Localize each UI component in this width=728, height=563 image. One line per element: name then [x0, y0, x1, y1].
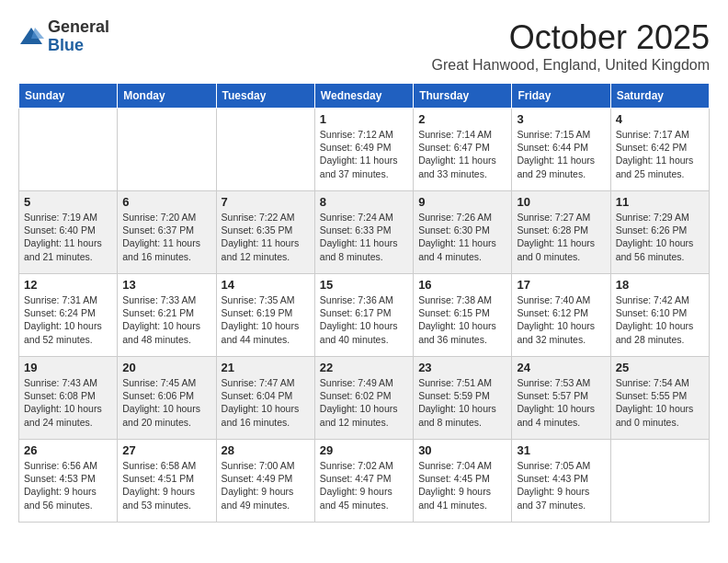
day-number: 15 [320, 278, 408, 292]
calendar-cell: 5Sunrise: 7:19 AM Sunset: 6:40 PM Daylig… [19, 191, 118, 274]
day-info: Sunrise: 7:24 AM Sunset: 6:33 PM Dayligh… [320, 211, 408, 263]
day-number: 5 [24, 195, 112, 209]
day-number: 12 [24, 278, 112, 292]
day-info: Sunrise: 7:31 AM Sunset: 6:24 PM Dayligh… [24, 293, 112, 346]
calendar-cell: 27Sunrise: 6:58 AM Sunset: 4:51 PM Dayli… [118, 440, 216, 523]
weekday-header: Monday [118, 84, 216, 109]
calendar-table: SundayMondayTuesdayWednesdayThursdayFrid… [18, 83, 710, 523]
weekday-header-row: SundayMondayTuesdayWednesdayThursdayFrid… [19, 84, 710, 109]
calendar-cell: 12Sunrise: 7:31 AM Sunset: 6:24 PM Dayli… [19, 274, 118, 357]
calendar-week-row: 19Sunrise: 7:43 AM Sunset: 6:08 PM Dayli… [19, 357, 710, 440]
month-title: October 2025 [432, 18, 710, 57]
day-info: Sunrise: 7:49 AM Sunset: 6:02 PM Dayligh… [320, 376, 408, 429]
logo-blue: Blue [48, 37, 109, 55]
logo-icon [18, 24, 44, 50]
day-info: Sunrise: 7:26 AM Sunset: 6:30 PM Dayligh… [418, 211, 506, 263]
day-number: 31 [517, 443, 605, 457]
day-number: 17 [517, 278, 605, 292]
day-number: 7 [222, 195, 310, 209]
day-number: 13 [122, 278, 210, 292]
day-number: 28 [222, 443, 310, 457]
calendar-cell: 24Sunrise: 7:53 AM Sunset: 5:57 PM Dayli… [512, 357, 610, 440]
calendar-cell [216, 109, 314, 191]
day-number: 18 [616, 278, 704, 292]
calendar-cell: 2Sunrise: 7:14 AM Sunset: 6:47 PM Daylig… [414, 109, 512, 191]
day-info: Sunrise: 7:20 AM Sunset: 6:37 PM Dayligh… [122, 211, 210, 263]
day-info: Sunrise: 7:04 AM Sunset: 4:45 PM Dayligh… [418, 459, 506, 511]
calendar-cell: 11Sunrise: 7:29 AM Sunset: 6:26 PM Dayli… [610, 191, 709, 274]
day-info: Sunrise: 7:02 AM Sunset: 4:47 PM Dayligh… [320, 459, 408, 511]
weekday-header: Wednesday [314, 84, 413, 109]
day-number: 27 [122, 443, 210, 457]
day-info: Sunrise: 7:45 AM Sunset: 6:06 PM Dayligh… [122, 376, 210, 429]
weekday-header: Sunday [19, 84, 118, 109]
title-block: October 2025 Great Hanwood, England, Uni… [432, 18, 710, 74]
day-info: Sunrise: 6:58 AM Sunset: 4:51 PM Dayligh… [122, 459, 210, 511]
calendar-cell: 16Sunrise: 7:38 AM Sunset: 6:15 PM Dayli… [414, 274, 512, 357]
day-info: Sunrise: 7:51 AM Sunset: 5:59 PM Dayligh… [418, 376, 506, 429]
day-number: 8 [320, 195, 408, 209]
day-info: Sunrise: 7:15 AM Sunset: 6:44 PM Dayligh… [517, 128, 605, 180]
calendar-cell: 29Sunrise: 7:02 AM Sunset: 4:47 PM Dayli… [314, 440, 413, 523]
day-info: Sunrise: 7:36 AM Sunset: 6:17 PM Dayligh… [320, 293, 408, 346]
day-number: 16 [418, 278, 506, 292]
day-number: 9 [418, 195, 506, 209]
day-number: 26 [24, 443, 112, 457]
calendar-week-row: 5Sunrise: 7:19 AM Sunset: 6:40 PM Daylig… [19, 191, 710, 274]
day-number: 6 [122, 195, 210, 209]
calendar-cell: 9Sunrise: 7:26 AM Sunset: 6:30 PM Daylig… [414, 191, 512, 274]
calendar-cell: 18Sunrise: 7:42 AM Sunset: 6:10 PM Dayli… [610, 274, 709, 357]
calendar-week-row: 26Sunrise: 6:56 AM Sunset: 4:53 PM Dayli… [19, 440, 710, 523]
day-info: Sunrise: 7:27 AM Sunset: 6:28 PM Dayligh… [517, 211, 605, 263]
day-number: 25 [616, 361, 704, 374]
calendar-cell: 22Sunrise: 7:49 AM Sunset: 6:02 PM Dayli… [314, 357, 413, 440]
calendar-cell [19, 109, 118, 191]
day-info: Sunrise: 7:33 AM Sunset: 6:21 PM Dayligh… [122, 293, 210, 346]
calendar-week-row: 1Sunrise: 7:12 AM Sunset: 6:49 PM Daylig… [19, 109, 710, 191]
calendar-cell: 3Sunrise: 7:15 AM Sunset: 6:44 PM Daylig… [512, 109, 610, 191]
day-info: Sunrise: 7:47 AM Sunset: 6:04 PM Dayligh… [222, 376, 310, 429]
page-header: General Blue October 2025 Great Hanwood,… [18, 18, 710, 74]
day-number: 14 [222, 278, 310, 292]
day-info: Sunrise: 7:35 AM Sunset: 6:19 PM Dayligh… [222, 293, 310, 346]
day-info: Sunrise: 7:29 AM Sunset: 6:26 PM Dayligh… [616, 211, 704, 263]
day-number: 29 [320, 443, 408, 457]
day-number: 30 [418, 443, 506, 457]
day-info: Sunrise: 6:56 AM Sunset: 4:53 PM Dayligh… [24, 459, 112, 511]
day-info: Sunrise: 7:05 AM Sunset: 4:43 PM Dayligh… [517, 459, 605, 511]
day-info: Sunrise: 7:42 AM Sunset: 6:10 PM Dayligh… [616, 293, 704, 346]
day-number: 1 [320, 112, 408, 126]
logo: General Blue [18, 18, 109, 55]
day-number: 19 [24, 361, 112, 374]
day-number: 4 [616, 112, 704, 126]
logo-text: General Blue [48, 18, 109, 55]
calendar-cell: 13Sunrise: 7:33 AM Sunset: 6:21 PM Dayli… [118, 274, 216, 357]
day-number: 23 [418, 361, 506, 374]
calendar-cell: 8Sunrise: 7:24 AM Sunset: 6:33 PM Daylig… [314, 191, 413, 274]
day-info: Sunrise: 7:00 AM Sunset: 4:49 PM Dayligh… [222, 459, 310, 511]
weekday-header: Saturday [610, 84, 709, 109]
weekday-header: Thursday [414, 84, 512, 109]
calendar-cell: 23Sunrise: 7:51 AM Sunset: 5:59 PM Dayli… [414, 357, 512, 440]
day-info: Sunrise: 7:14 AM Sunset: 6:47 PM Dayligh… [418, 128, 506, 180]
day-number: 22 [320, 361, 408, 374]
location-title: Great Hanwood, England, United Kingdom [432, 57, 710, 74]
day-info: Sunrise: 7:43 AM Sunset: 6:08 PM Dayligh… [24, 376, 112, 429]
calendar-week-row: 12Sunrise: 7:31 AM Sunset: 6:24 PM Dayli… [19, 274, 710, 357]
day-number: 11 [616, 195, 704, 209]
calendar-cell: 20Sunrise: 7:45 AM Sunset: 6:06 PM Dayli… [118, 357, 216, 440]
day-number: 10 [517, 195, 605, 209]
day-info: Sunrise: 7:38 AM Sunset: 6:15 PM Dayligh… [418, 293, 506, 346]
weekday-header: Tuesday [216, 84, 314, 109]
day-info: Sunrise: 7:17 AM Sunset: 6:42 PM Dayligh… [616, 128, 704, 180]
calendar-cell: 6Sunrise: 7:20 AM Sunset: 6:37 PM Daylig… [118, 191, 216, 274]
svg-marker-1 [31, 28, 44, 39]
calendar-cell [118, 109, 216, 191]
calendar-cell: 14Sunrise: 7:35 AM Sunset: 6:19 PM Dayli… [216, 274, 314, 357]
day-number: 20 [122, 361, 210, 374]
day-number: 3 [517, 112, 605, 126]
day-info: Sunrise: 7:12 AM Sunset: 6:49 PM Dayligh… [320, 128, 408, 180]
day-info: Sunrise: 7:19 AM Sunset: 6:40 PM Dayligh… [24, 211, 112, 263]
calendar-cell: 17Sunrise: 7:40 AM Sunset: 6:12 PM Dayli… [512, 274, 610, 357]
calendar-cell: 31Sunrise: 7:05 AM Sunset: 4:43 PM Dayli… [512, 440, 610, 523]
